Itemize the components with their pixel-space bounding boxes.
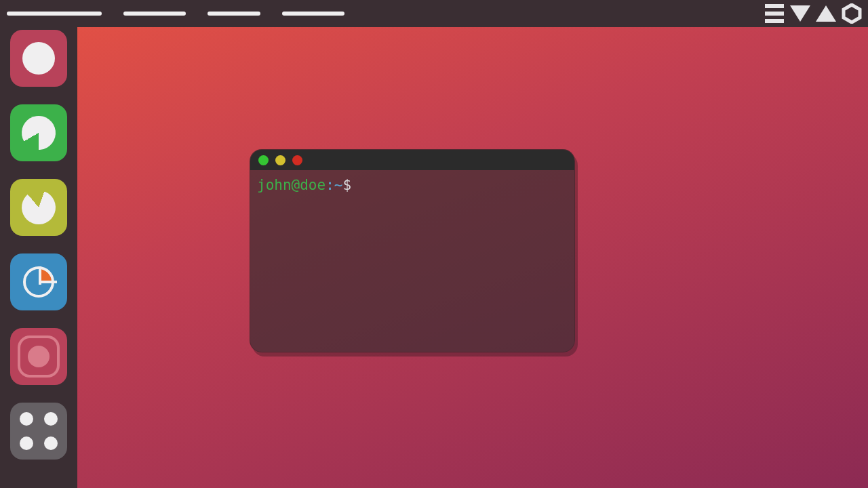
prompt-path: ~	[334, 177, 343, 193]
launcher-item-1[interactable]	[10, 30, 67, 87]
launcher-item-apps[interactable]	[10, 403, 67, 460]
desktop-background: john@doe:~$	[77, 27, 868, 488]
menu-item-4[interactable]	[282, 12, 344, 16]
triangle-up-icon[interactable]	[816, 4, 835, 23]
hexagon-icon[interactable]	[842, 4, 861, 23]
system-indicators	[765, 4, 861, 23]
menu-icon[interactable]	[765, 4, 784, 23]
terminal-window[interactable]: john@doe:~$	[250, 149, 575, 352]
terminal-titlebar[interactable]	[250, 150, 574, 170]
prompt-user-host: john@doe	[257, 177, 326, 193]
menu-bar-items	[7, 12, 344, 16]
triangle-down-icon[interactable]	[791, 4, 810, 23]
svg-marker-0	[844, 5, 860, 22]
apps-grid-icon	[18, 411, 59, 451]
menu-item-1[interactable]	[7, 12, 102, 16]
menu-item-2[interactable]	[123, 12, 186, 16]
launcher-item-3[interactable]	[10, 179, 67, 236]
top-menu-bar	[0, 0, 868, 27]
circle-icon	[22, 42, 55, 75]
pie-chart-icon	[23, 266, 54, 298]
launcher-dock	[0, 27, 77, 488]
menu-item-3[interactable]	[208, 12, 260, 16]
window-close-icon[interactable]	[292, 155, 302, 165]
terminal-body[interactable]: john@doe:~$	[250, 170, 574, 201]
window-minimize-icon[interactable]	[258, 155, 269, 165]
prompt-separator: :	[326, 177, 334, 193]
record-icon	[18, 336, 60, 378]
prompt-symbol: $	[342, 177, 351, 193]
launcher-item-2[interactable]	[10, 104, 67, 161]
pie-slice-icon	[16, 110, 62, 156]
launcher-item-4[interactable]	[10, 253, 67, 310]
pacman-icon	[17, 186, 60, 229]
launcher-item-5[interactable]	[10, 328, 67, 385]
window-maximize-icon[interactable]	[275, 155, 285, 165]
